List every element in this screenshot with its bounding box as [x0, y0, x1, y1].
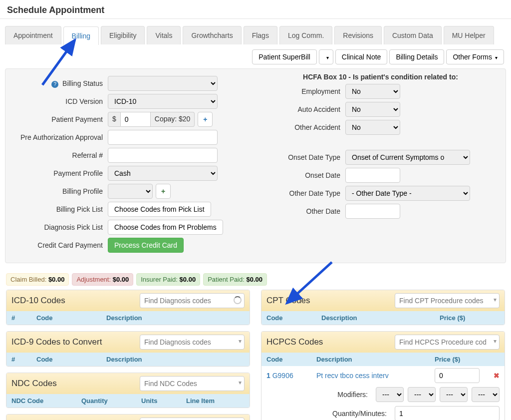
delete-row-icon[interactable]: ✖	[480, 372, 500, 380]
billing-form-panel: ? Billing Status ICD Version ICD-10 Pati…	[5, 68, 506, 263]
modifier-1-select[interactable]: ---	[376, 387, 404, 402]
billing-pick-list-label: Billing Pick List	[10, 205, 108, 213]
hcpcs-headers: Code Description Price ($)	[261, 353, 505, 366]
process-credit-card-button[interactable]: Process Credit Card	[108, 238, 184, 253]
tab-muhelper[interactable]: MU Helper	[444, 26, 494, 44]
insurer-paid-badge: Insurer Paid: $0.00	[136, 273, 200, 286]
hcpcs-title: HCPCS Codes	[266, 337, 395, 347]
cpt-search-input[interactable]	[395, 293, 500, 308]
icd10-headers: # Code Description	[6, 311, 250, 325]
copay-addon: Copay: $20	[151, 112, 195, 127]
tab-flags[interactable]: Flags	[244, 26, 277, 44]
quantity-input[interactable]	[395, 406, 500, 420]
custom-panel: Custom Codes ▾ Code Description Price ($…	[6, 414, 250, 420]
other-accident-label: Other Accident	[260, 123, 345, 131]
patient-payment-label: Patient Payment	[10, 115, 108, 123]
help-icon[interactable]: ?	[51, 81, 58, 88]
icd9-panel: ICD-9 Codes to Convert ▾ # Code Descript…	[6, 331, 250, 367]
diagnosis-pick-list-button[interactable]: Choose Codes from Pt Problems	[108, 220, 223, 235]
referral-label: Referral #	[10, 151, 108, 159]
employment-select[interactable]: No	[345, 84, 400, 99]
summary-badges: Claim Billed: $0.00 Adjustment: $0.00 In…	[0, 263, 511, 290]
tab-vitals[interactable]: Vitals	[147, 26, 181, 44]
billing-details-button[interactable]: Billing Details	[389, 49, 444, 64]
currency-prefix: $	[108, 112, 121, 127]
page-title: Schedule Appointment	[0, 0, 511, 19]
cpt-panel: CPT Codes ▾ Code Description Price ($)	[261, 290, 505, 325]
patient-payment-input[interactable]	[121, 112, 151, 127]
onset-date-input[interactable]	[345, 168, 400, 183]
icd9-title: ICD-9 Codes to Convert	[11, 337, 140, 347]
add-payment-button[interactable]: +	[198, 112, 213, 127]
auto-accident-label: Auto Accident	[260, 105, 345, 113]
modifier-4-select[interactable]: ---	[472, 387, 500, 402]
tab-billing[interactable]: Billing	[63, 26, 99, 45]
other-forms-dropdown[interactable]: Other Forms	[446, 49, 504, 64]
icd9-headers: # Code Description	[6, 353, 250, 366]
icd10-title: ICD-10 Codes	[11, 296, 140, 306]
diagnosis-pick-list-label: Diagnosis Pick List	[10, 223, 108, 231]
add-billing-profile-button[interactable]: +	[156, 184, 171, 199]
auto-accident-select[interactable]: No	[345, 102, 400, 117]
modifier-2-select[interactable]: ---	[408, 387, 436, 402]
tab-revisions[interactable]: Revisions	[334, 26, 382, 44]
adjustment-badge: Adjustment: $0.00	[72, 273, 133, 286]
onset-date-type-label: Onset Date Type	[260, 153, 345, 161]
tab-logcomm[interactable]: Log Comm.	[279, 26, 332, 44]
icd-version-select[interactable]: ICD-10	[108, 94, 218, 109]
patient-paid-badge: Patient Paid: $0.00	[203, 273, 267, 286]
claim-billed-badge: Claim Billed: $0.00	[6, 273, 69, 286]
other-date-type-select[interactable]: - Other Date Type -	[345, 186, 470, 201]
onset-date-label: Onset Date	[260, 171, 345, 179]
custom-search-input[interactable]	[140, 418, 245, 420]
tab-bar: Appointment Billing Eligibility Vitals G…	[0, 19, 511, 44]
hcpcs-price-input[interactable]	[435, 368, 480, 383]
ndc-search-input[interactable]	[140, 376, 245, 391]
icd9-search-input[interactable]	[140, 335, 245, 350]
tab-growthcharts[interactable]: Growthcharts	[183, 26, 241, 44]
referral-input[interactable]	[108, 148, 218, 163]
tab-appointment[interactable]: Appointment	[5, 26, 61, 44]
pre-auth-input[interactable]	[108, 130, 218, 145]
clinical-note-button[interactable]: Clinical Note	[335, 49, 388, 64]
hcpcs-code-link[interactable]: G9906	[272, 372, 293, 380]
tab-customdata[interactable]: Custom Data	[384, 26, 442, 44]
patient-superbill-dropdown[interactable]	[319, 49, 333, 64]
billing-profile-select[interactable]	[108, 184, 153, 199]
ndc-panel: NDC Codes ▾ NDC Code Quantity Units Line…	[6, 373, 250, 408]
icd-version-label: ICD Version	[10, 97, 108, 105]
quantity-label: Quantity/Minutes:	[306, 410, 391, 418]
ndc-headers: NDC Code Quantity Units Line Item	[6, 394, 250, 408]
toolbar: Patient SuperBill Clinical Note Billing …	[0, 44, 511, 68]
icd10-panel: ICD-10 Codes # Code Description	[6, 290, 250, 325]
hcpcs-row-index: 1	[266, 372, 270, 380]
other-date-input[interactable]	[345, 204, 400, 219]
cc-payment-label: Credit Card Payment	[10, 241, 108, 249]
modifier-3-select[interactable]: ---	[440, 387, 468, 402]
loading-spinner-icon	[234, 296, 242, 304]
billing-pick-list-button[interactable]: Choose Codes from Pick List	[108, 202, 211, 217]
employment-label: Employment	[260, 87, 345, 95]
onset-date-type-select[interactable]: Onset of Current Symptoms o	[345, 150, 470, 165]
tab-eligibility[interactable]: Eligibility	[101, 26, 145, 44]
billing-status-label: Billing Status	[62, 79, 103, 87]
hcpcs-search-input[interactable]	[395, 335, 500, 350]
patient-superbill-button[interactable]: Patient SuperBill	[252, 49, 317, 64]
hcpcs-row: 1 G9906 Pt recv tbco cess interv ✖	[261, 366, 505, 385]
other-date-label: Other Date	[260, 207, 345, 215]
billing-profile-label: Billing Profile	[10, 187, 108, 195]
billing-status-select[interactable]	[108, 76, 218, 91]
other-accident-select[interactable]: No	[345, 120, 400, 135]
modifiers-label: Modifiers:	[287, 391, 372, 399]
hcpcs-panel: HCPCS Codes ▾ Code Description Price ($)…	[261, 331, 505, 420]
cpt-title: CPT Codes	[266, 296, 395, 306]
ndc-title: NDC Codes	[11, 379, 140, 389]
other-date-type-label: Other Date Type	[260, 189, 345, 197]
icd10-search-input[interactable]	[140, 293, 245, 308]
hcfa-title: HCFA Box 10 - Is patient's condition rel…	[260, 73, 501, 81]
cpt-headers: Code Description Price ($)	[261, 311, 505, 325]
hcpcs-desc-link[interactable]: Pt recv tbco cess interv	[316, 372, 435, 380]
payment-profile-select[interactable]: Cash	[108, 166, 218, 181]
payment-profile-label: Payment Profile	[10, 169, 108, 177]
pre-auth-label: Pre Authorization Approval	[10, 133, 108, 141]
